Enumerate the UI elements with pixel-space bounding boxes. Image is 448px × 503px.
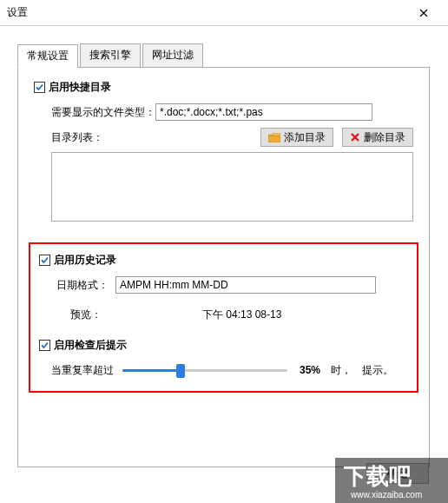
file-types-input[interactable] xyxy=(155,103,372,121)
tab-panel: 启用快捷目录 需要显示的文件类型： 目录列表： 添加目录 删除目录 启用历史记录 xyxy=(17,68,430,467)
highlighted-section: 启用历史记录 日期格式： 预览： 下午 04:13 08-13 启用检查后提示 … xyxy=(29,242,418,393)
watermark-url: www.xiazaiba.com xyxy=(350,490,422,500)
ok-button[interactable]: 确定 xyxy=(366,463,429,484)
slider-label: 当重复率超过 xyxy=(51,363,114,378)
svg-rect-0 xyxy=(268,136,280,142)
section-quick-dir: 启用快捷目录 需要显示的文件类型： 目录列表： 添加目录 删除目录 xyxy=(29,80,418,230)
check-icon xyxy=(35,83,44,92)
date-format-label: 日期格式： xyxy=(56,278,115,293)
dialog-footer: 确定 xyxy=(366,463,429,484)
tab-search[interactable]: 搜索引擎 xyxy=(80,43,141,67)
dirlist-label: 目录列表： xyxy=(51,130,155,145)
close-icon xyxy=(419,9,428,17)
tabs: 常规设置 搜索引擎 网址过滤 xyxy=(17,43,430,68)
delete-dir-button[interactable]: 删除目录 xyxy=(342,128,413,147)
check-icon xyxy=(40,341,49,350)
preview-label: 预览： xyxy=(56,308,115,322)
checkbox-check-tip[interactable] xyxy=(39,340,50,351)
duplicate-rate-slider[interactable] xyxy=(122,361,287,379)
check-icon xyxy=(40,255,49,265)
slider-thumb[interactable] xyxy=(176,364,185,378)
post-text-1: 时， xyxy=(331,363,352,378)
close-button[interactable] xyxy=(406,1,441,25)
checkbox-quick-dir-label: 启用快捷目录 xyxy=(49,80,111,95)
dir-listbox[interactable] xyxy=(51,152,413,222)
percent-value: 35% xyxy=(300,364,320,376)
delete-dir-label: 删除目录 xyxy=(364,130,405,145)
add-dir-button[interactable]: 添加目录 xyxy=(260,128,333,147)
tab-urlfilter[interactable]: 网址过滤 xyxy=(142,43,203,67)
x-icon xyxy=(350,132,360,142)
slider-fill xyxy=(122,369,181,372)
checkbox-quick-dir[interactable] xyxy=(34,82,45,93)
file-types-label: 需要显示的文件类型： xyxy=(51,105,155,120)
titlebar: 设置 xyxy=(0,0,448,26)
checkbox-history[interactable] xyxy=(39,255,50,266)
preview-value: 下午 04:13 08-13 xyxy=(202,308,281,322)
window-title: 设置 xyxy=(7,5,28,20)
tab-general[interactable]: 常规设置 xyxy=(17,44,78,68)
date-format-input[interactable] xyxy=(115,276,376,294)
add-dir-label: 添加目录 xyxy=(284,130,326,145)
folder-icon xyxy=(268,133,280,142)
checkbox-check-tip-label: 启用检查后提示 xyxy=(54,338,127,353)
post-text-2: 提示。 xyxy=(362,363,393,378)
checkbox-history-label: 启用历史记录 xyxy=(54,253,116,268)
